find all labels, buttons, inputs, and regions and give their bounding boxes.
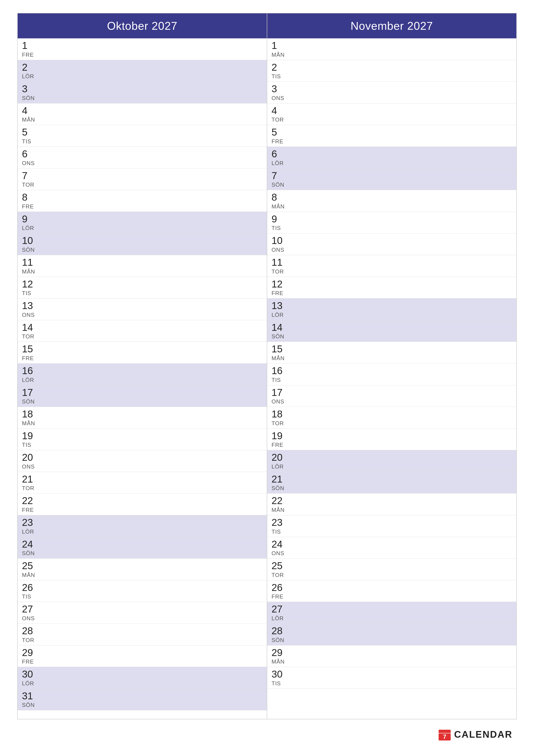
day-number: 9: [22, 214, 263, 225]
day-row: 2TIS: [267, 60, 516, 82]
day-name: MÅN: [22, 572, 263, 579]
day-number: 25: [271, 560, 512, 571]
day-row: 26TIS: [18, 580, 267, 602]
day-name: FRE: [22, 51, 263, 58]
day-row: 30TIS: [267, 667, 516, 689]
day-number: 2: [22, 62, 263, 73]
day-name: TIS: [271, 528, 512, 535]
day-name: MÅN: [22, 116, 263, 123]
day-name: SÖN: [22, 247, 263, 253]
day-number: 19: [271, 430, 512, 441]
day-row: 23LÖR: [18, 515, 267, 537]
day-row: 21TOR: [18, 472, 267, 494]
day-name: TOR: [271, 268, 512, 275]
calendar-logo-icon: 7: [438, 728, 451, 741]
day-row: 6LÖR: [267, 147, 516, 169]
svg-text:7: 7: [443, 733, 446, 740]
day-row: 12FRE: [267, 277, 516, 299]
day-row: 13LÖR: [267, 298, 516, 320]
day-name: ONS: [22, 463, 263, 470]
day-row: 15MÅN: [267, 342, 516, 364]
day-name: LÖR: [22, 680, 263, 687]
day-number: 20: [271, 452, 512, 463]
day-row: 9LÖR: [18, 212, 267, 233]
month-november: November 2027 1MÅN2TIS3ONS4TOR5FRE6LÖR7S…: [267, 14, 516, 719]
day-number: 30: [22, 669, 263, 680]
day-name: TIS: [271, 73, 512, 80]
day-name: TOR: [22, 333, 263, 340]
day-number: 10: [271, 235, 512, 246]
day-name: MÅN: [271, 51, 512, 58]
day-row: 11TOR: [267, 255, 516, 277]
day-name: MÅN: [22, 268, 263, 275]
day-number: 11: [22, 257, 263, 268]
day-number: 6: [271, 148, 512, 159]
day-number: 29: [22, 647, 263, 658]
day-name: FRE: [22, 203, 263, 210]
day-name: LÖR: [271, 463, 512, 470]
day-number: 15: [271, 343, 512, 355]
day-number: 4: [271, 105, 512, 116]
day-row: 17ONS: [267, 385, 516, 407]
day-name: SÖN: [22, 95, 263, 101]
day-row: 30LÖR: [18, 667, 267, 689]
day-name: FRE: [271, 593, 512, 600]
day-name: FRE: [271, 442, 512, 448]
day-row: 27ONS: [18, 602, 267, 624]
day-row: 25TOR: [267, 558, 516, 580]
day-number: 19: [22, 430, 263, 441]
november-days-list: 1MÅN2TIS3ONS4TOR5FRE6LÖR7SÖN8MÅN9TIS10ON…: [267, 39, 516, 719]
day-number: 26: [271, 582, 512, 593]
november-header: November 2027: [267, 14, 516, 39]
day-number: 22: [22, 495, 263, 506]
month-oktober: Oktober 2027 1FRE2LÖR3SÖN4MÅN5TIS6ONS7TO…: [18, 14, 267, 719]
day-name: SÖN: [22, 550, 263, 557]
day-row: 3ONS: [267, 82, 516, 103]
day-number: 30: [271, 669, 512, 680]
day-number: 28: [22, 625, 263, 636]
day-number: 5: [271, 127, 512, 138]
day-name: LÖR: [22, 528, 263, 535]
day-name: TOR: [22, 181, 263, 188]
day-name: SÖN: [271, 637, 512, 643]
day-name: TOR: [22, 485, 263, 492]
day-number: 3: [271, 83, 512, 94]
day-number: 22: [271, 495, 512, 506]
day-name: ONS: [22, 311, 263, 318]
day-name: ONS: [22, 160, 263, 167]
day-number: 21: [22, 474, 263, 485]
day-name: LÖR: [22, 377, 263, 383]
day-number: 16: [271, 365, 512, 376]
day-name: MÅN: [271, 355, 512, 362]
day-number: 17: [271, 387, 512, 398]
day-name: TIS: [22, 593, 263, 600]
day-row: 14SÖN: [267, 320, 516, 342]
day-row: 8MÅN: [267, 190, 516, 212]
day-name: ONS: [271, 95, 512, 101]
day-number: 15: [22, 343, 263, 355]
day-row: 4MÅN: [18, 103, 267, 125]
day-number: 14: [22, 322, 263, 333]
day-row: 10ONS: [267, 233, 516, 255]
day-number: 29: [271, 647, 512, 658]
day-number: 23: [271, 517, 512, 528]
day-row: 16TIS: [267, 364, 516, 385]
day-row: 7SÖN: [267, 169, 516, 190]
day-number: 7: [22, 170, 263, 181]
day-name: TIS: [271, 377, 512, 383]
day-number: 5: [22, 127, 263, 138]
day-name: FRE: [22, 507, 263, 513]
logo-container: 7 CALENDAR: [438, 728, 513, 741]
day-number: 13: [22, 300, 263, 311]
day-row: 22FRE: [18, 494, 267, 515]
day-number: 9: [271, 214, 512, 225]
day-name: SÖN: [271, 485, 512, 492]
day-row: 14TOR: [18, 320, 267, 342]
calendars-wrapper: Oktober 2027 1FRE2LÖR3SÖN4MÅN5TIS6ONS7TO…: [17, 13, 517, 719]
day-number: 16: [22, 365, 263, 376]
footer: 7 CALENDAR: [17, 721, 517, 743]
day-number: 4: [22, 105, 263, 116]
day-name: ONS: [271, 550, 512, 557]
day-row: 29MÅN: [267, 645, 516, 667]
day-name: LÖR: [22, 225, 263, 231]
